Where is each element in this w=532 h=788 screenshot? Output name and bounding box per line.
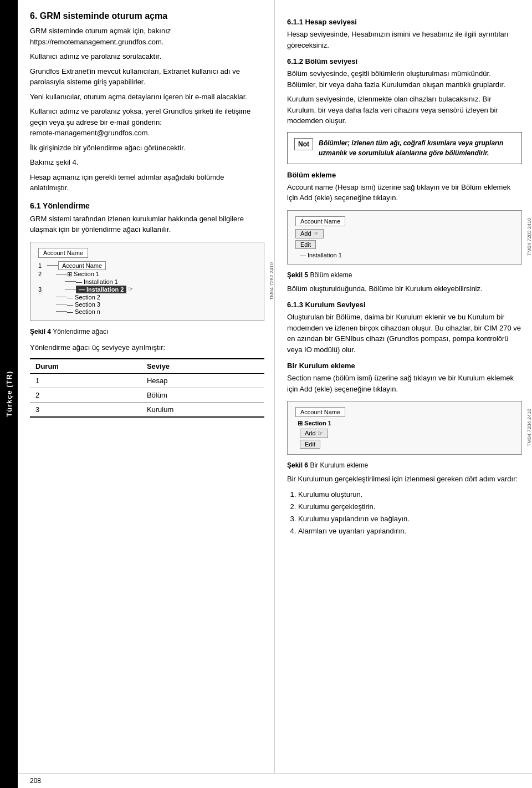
- intro-p3: Grundfos Extranet'in mevcut kullanıcılar…: [30, 66, 264, 88]
- intro-p1: GRM sisteminde oturum açmak için, bakını…: [30, 26, 264, 47]
- figure5-mockup: Account Name Add ☞ Edit — Installation 1: [287, 210, 522, 265]
- tree-line-7: [56, 311, 67, 312]
- fig5-buttons: Add ☞: [295, 229, 514, 238]
- steps-list: Kurulumu oluşturun. Kurulumu gerçekleşti…: [298, 489, 522, 537]
- section-611-title: 6.1.1 Hesap seviyesi: [287, 18, 522, 26]
- tree-row-2: 2 ⊞ Section 1: [38, 271, 256, 278]
- intro-p8: Hesap açmanız için gerekli temel adımlar…: [30, 172, 264, 194]
- fig6-account-name: Account Name: [295, 407, 345, 417]
- tree-line-2: [56, 274, 67, 274]
- main-title: 6. GRM sisteminde oturum açma: [30, 11, 264, 21]
- note-label: Not: [294, 138, 313, 150]
- section-61-title: 6.1 Yönlendirme: [30, 201, 264, 210]
- section-61-text: GRM sistemi tarafından izlenen kurulumla…: [30, 213, 264, 235]
- table-cell-val-3: Kurulum: [141, 403, 264, 418]
- table-header-durum: Durum: [30, 359, 141, 374]
- tree-row-5: — Section 2: [38, 294, 256, 301]
- table-cell-val-2: Bölüm: [141, 388, 264, 403]
- figure4-caption: Şekil 4 Yönlendirme ağacı: [30, 328, 264, 335]
- tree-label-inst1: — Installation 1: [76, 278, 118, 285]
- fig6-add-button[interactable]: Add ☞: [300, 429, 328, 438]
- sidebar-label: Türkçe (TR): [5, 371, 13, 417]
- tree-label-section3: — Section 3: [67, 301, 100, 308]
- bir-kurulum-title: Bir Kurulum ekleme: [287, 362, 522, 370]
- page-container: Türkçe (TR) 6. GRM sisteminde oturum açm…: [0, 0, 532, 788]
- table-cell-num-2: 2: [30, 388, 141, 403]
- nav-caption: Yönlendirme ağacı üç seviyeye ayrılmıştı…: [30, 342, 264, 353]
- fig5-add-button[interactable]: Add ☞: [295, 229, 324, 238]
- section-613-title: 6.1.3 Kurulum Seviyesi: [287, 301, 522, 309]
- tm-code-fig5: TM04 7283 2410: [524, 210, 532, 265]
- sidebar: Türkçe (TR): [0, 0, 18, 788]
- fig6-edit-button[interactable]: Edit: [300, 440, 320, 449]
- two-col-layout: 6. GRM sisteminde oturum açma GRM sistem…: [18, 0, 532, 773]
- bolum-below-text: Bölüm oluşturulduğunda, Bölüme bir Kurul…: [287, 283, 522, 294]
- fig6-edit-row: Edit: [300, 440, 514, 449]
- intro-p7: Bakınız şekil 4.: [30, 157, 264, 168]
- intro-p6: İlk girişinizde bir yönlendirme ağacı gö…: [30, 143, 264, 154]
- figure6-caption: Şekil 6 Bir Kurulum ekleme: [287, 461, 522, 469]
- grundfos-url: https://remotemanagement.grundfos.com.: [30, 38, 163, 46]
- tree-row-6: — Section 3: [38, 301, 256, 308]
- tree-line-3: [65, 281, 76, 282]
- fig5-inst1: — Installation 1: [300, 252, 514, 258]
- tree-row-3: — Installation 1: [38, 278, 256, 285]
- table-cell-num-1: 1: [30, 374, 141, 388]
- table-cell-num-3: 3: [30, 403, 141, 418]
- note-box: Not Bölümler; izlenen tüm ağı, coğrafi k…: [287, 132, 522, 164]
- intro-p2: Kullanıcı adınız ve parolanız sorulacakt…: [30, 51, 264, 62]
- step-4: Alarmları ve uyarıları yapılandırın.: [298, 525, 522, 537]
- section-613-text: Oluşturulan bir Bölüme, daima bir Kurulu…: [287, 312, 522, 355]
- right-column: 6.1.1 Hesap seviyesi Hesap seviyesinde, …: [275, 0, 532, 773]
- fig5-edit-row: Edit: [295, 240, 514, 249]
- left-column: 6. GRM sisteminde oturum açma GRM sistem…: [18, 0, 275, 773]
- bir-kurulum-below: Bir Kurulumun gerçekleştirilmesi için iz…: [287, 474, 522, 485]
- tree-line-6: [56, 304, 67, 304]
- step-3: Kurulumu yapılandırın ve bağlayın.: [298, 513, 522, 525]
- page-footer: 208: [18, 773, 532, 788]
- tree-line-1: [47, 265, 58, 266]
- tree-label-inst2-highlighted: — Installation 2: [76, 286, 126, 293]
- step-1: Kurulumu oluşturun.: [298, 489, 522, 501]
- bolum-ekleme-title: Bölüm ekleme: [287, 171, 522, 179]
- page-number: 208: [30, 777, 41, 785]
- figure6-wrapper: Account Name ⊞ Section 1 Add ☞ Edit TM04…: [287, 401, 522, 455]
- section-611-text: Hesap seviyesinde, Hesabınızın ismini ve…: [287, 29, 522, 50]
- figure5-wrapper: Account Name Add ☞ Edit — Installation 1…: [287, 210, 522, 265]
- fig6-buttons: Add ☞: [300, 429, 514, 438]
- account-name-box: Account Name: [38, 248, 88, 258]
- tree-num-3: 3: [38, 286, 47, 293]
- tree-row-1: 1 Account Name: [38, 261, 256, 270]
- tree-row-7: — Section n: [38, 308, 256, 315]
- tree-line-4: [65, 289, 76, 289]
- figure4-mockup: Account Name 1 Account Name 2 ⊞ Section …: [30, 242, 264, 321]
- table-row: 3 Kurulum: [30, 403, 264, 418]
- section-612-text1: Bölüm seviyesinde, çeşitli bölümlerin ol…: [287, 68, 522, 90]
- tree-label-sectionn: — Section n: [67, 308, 100, 315]
- tree-label-section2: — Section 2: [67, 294, 100, 301]
- tree-label-account: Account Name: [58, 261, 106, 270]
- intro-p4: Yeni kullanıcılar, oturum açma detayları…: [30, 91, 264, 103]
- tree-label-section1: ⊞ Section 1: [67, 271, 99, 278]
- figure4-wrapper: Account Name 1 Account Name 2 ⊞ Section …: [30, 242, 264, 321]
- tree-num-2: 2: [38, 271, 47, 277]
- tm-code-fig4: TM04 7282 2410: [267, 242, 277, 321]
- table-row: 1 Hesap: [30, 374, 264, 388]
- table-cell-val-1: Hesap: [141, 374, 264, 388]
- bir-kurulum-text: Section name (bölüm ismi) üzerine sağ tı…: [287, 373, 522, 394]
- figure5-caption: Şekil 5 Bölüm ekleme: [287, 271, 522, 279]
- tree-line-5: [56, 297, 67, 297]
- figure6-mockup: Account Name ⊞ Section 1 Add ☞ Edit: [287, 401, 522, 455]
- step-2: Kurulumu gerçekleştirin.: [298, 501, 522, 513]
- section-612-title: 6.1.2 Bölüm seviyesi: [287, 57, 522, 65]
- table-row: 2 Bölüm: [30, 388, 264, 403]
- fig6-section1: ⊞ Section 1: [298, 420, 514, 427]
- table-header-seviye: Seviye: [141, 359, 264, 374]
- tree-num-1: 1: [38, 262, 47, 269]
- main-content: 6. GRM sisteminde oturum açma GRM sistem…: [18, 0, 532, 788]
- fig5-account-name: Account Name: [295, 216, 345, 226]
- levels-table: Durum Seviye 1 Hesap 2 Bölüm: [30, 358, 264, 418]
- tree-row-4: 3 — Installation 2 ☞: [38, 286, 256, 293]
- tm-code-fig6: TM04 7284 2410: [524, 401, 532, 455]
- fig5-edit-button[interactable]: Edit: [295, 240, 316, 249]
